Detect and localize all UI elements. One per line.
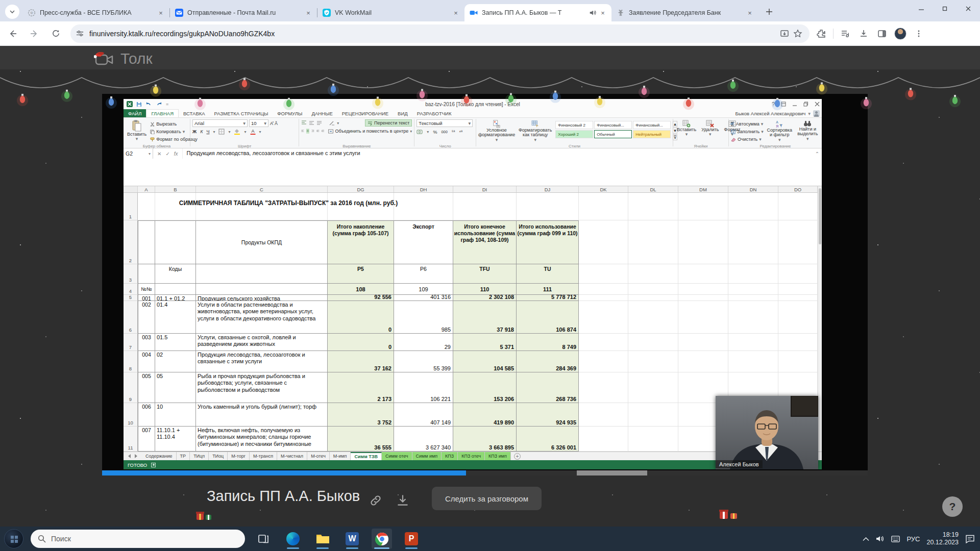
paste-button[interactable]: Вставить▾ [126, 119, 148, 143]
cell[interactable] [628, 295, 678, 301]
code-cell[interactable]: TFU [453, 264, 517, 284]
browser-tab[interactable]: Отправленные - Почта Mail.ru× [170, 4, 317, 21]
browser-tab[interactable]: ФПресс-служба - ВСЕ ПУБЛИКА× [22, 4, 169, 21]
follow-conversation-button[interactable]: Следить за разговором [432, 487, 542, 510]
row-header[interactable]: 6 [124, 301, 138, 334]
tab-audio-icon[interactable] [589, 9, 596, 16]
cell[interactable] [628, 372, 678, 403]
sheet-tab[interactable]: Симм ТЗВ [351, 452, 381, 460]
qat-equals-icon[interactable]: = [166, 102, 168, 107]
sheet-tab[interactable]: КПЗ имп [485, 452, 511, 460]
install-app-button[interactable] [778, 27, 791, 40]
row-header[interactable]: 1 [124, 193, 138, 220]
cell[interactable] [778, 264, 818, 284]
row-header[interactable]: 11 [124, 427, 138, 452]
okpd-code-cell[interactable]: 01.4 [155, 301, 196, 334]
clear-button[interactable]: Очистить▾ [731, 136, 764, 143]
row-header[interactable]: 9 [124, 372, 138, 403]
align-left-icon[interactable] [301, 129, 304, 134]
value-cell[interactable]: 985 [394, 301, 453, 334]
excel-close-icon[interactable] [815, 102, 820, 107]
value-cell[interactable]: 924 935 [517, 403, 579, 427]
value-cell[interactable]: 6 326 001 [517, 427, 579, 452]
new-tab-button[interactable] [763, 5, 776, 18]
column-header-DJ[interactable]: DJ [517, 186, 579, 192]
find-select-button[interactable]: Найти и выделить▾ [796, 119, 820, 143]
cell[interactable] [579, 334, 628, 351]
site-settings-icon[interactable] [76, 29, 84, 38]
font-color-icon[interactable]: А [250, 129, 256, 135]
cell[interactable] [453, 193, 517, 220]
select-all-corner[interactable] [124, 186, 138, 192]
orientation-icon[interactable] [329, 120, 335, 126]
cell[interactable] [155, 284, 196, 295]
column-header-DH[interactable]: DH [394, 186, 453, 192]
ribbon-tab-главная[interactable]: ГЛАВНАЯ [146, 109, 179, 117]
increase-decimal-button[interactable]: ⁵⁸ [452, 130, 455, 134]
sheet-tab[interactable]: ТИоц [209, 452, 228, 460]
value-cell[interactable]: 36 555 [328, 427, 394, 452]
okpd-code-cell[interactable]: 05 [155, 372, 196, 403]
cell[interactable] [728, 295, 778, 301]
cell[interactable] [579, 301, 628, 334]
comma-style-button[interactable]: 000 [441, 130, 448, 134]
tab-close-button[interactable]: × [598, 8, 607, 17]
product-name-cell[interactable]: Рыба и прочая продукция рыболовства и ры… [196, 372, 328, 403]
fill-color-icon[interactable] [234, 129, 240, 135]
product-name-cell[interactable]: Услуги, связанные с охотой, ловлей и раз… [196, 334, 328, 351]
cell[interactable] [628, 427, 678, 452]
value-cell[interactable]: 29 [394, 334, 453, 351]
column-header-DL[interactable]: DL [628, 186, 678, 192]
address-bar[interactable]: finuniversity.ktalk.ru/recordings/gukpAN… [70, 24, 810, 43]
name-box[interactable]: G2▾ [124, 148, 153, 159]
underline-button[interactable]: Ч [206, 129, 209, 134]
taskbar-edge[interactable] [283, 529, 303, 549]
column-header-DO[interactable]: DO [778, 186, 818, 192]
taskbar-explorer[interactable] [312, 529, 333, 549]
cell[interactable] [678, 220, 728, 264]
cell[interactable] [579, 372, 628, 403]
cell[interactable] [138, 220, 155, 264]
codes-label-cell[interactable]: Коды [155, 264, 196, 284]
cell[interactable] [579, 403, 628, 427]
cell[interactable] [778, 295, 818, 301]
value-cell[interactable]: 37 162 [328, 351, 394, 372]
increase-indent-icon[interactable] [322, 129, 325, 134]
product-name-cell[interactable]: Продукция сельского хозяйства [196, 295, 328, 301]
align-top-icon[interactable] [301, 120, 307, 126]
ribbon-tab-вид[interactable]: ВИД [393, 109, 412, 117]
forward-button[interactable] [26, 25, 43, 42]
video-player[interactable]: baz-tzv-2016 [Только для чтения] - Excel… [102, 94, 868, 475]
value-cell[interactable]: 401 316 [394, 295, 453, 301]
cell[interactable] [579, 295, 628, 301]
value-cell[interactable]: 37 918 [453, 301, 517, 334]
row-number-cell[interactable]: 007 [138, 427, 155, 452]
row-number-cell[interactable]: 004 [138, 351, 155, 372]
notification-center-icon[interactable] [965, 535, 975, 543]
value-cell[interactable]: 55 399 [394, 351, 453, 372]
macro-record-icon[interactable] [151, 463, 156, 467]
measure-header-cell[interactable]: Итого использование (сумма граф 099 и 11… [517, 220, 579, 264]
value-cell[interactable]: 92 556 [328, 295, 394, 301]
align-right-icon[interactable] [311, 129, 314, 134]
font-size-select[interactable]: 10▾ [249, 119, 268, 127]
product-name-cell[interactable]: Нефть, включая нефть, получаемую из биту… [196, 427, 328, 452]
cell[interactable] [778, 220, 818, 264]
value-cell[interactable]: 104 585 [453, 351, 517, 372]
value-cell[interactable]: 5 778 712 [517, 295, 579, 301]
cell[interactable] [628, 334, 678, 351]
taskbar-chrome[interactable] [372, 529, 392, 549]
vertical-scrollbar[interactable] [818, 186, 822, 452]
row-header[interactable]: 8 [124, 351, 138, 372]
cell[interactable] [579, 220, 628, 264]
ribbon-options-icon[interactable] [781, 102, 786, 107]
code-cell[interactable]: Р5 [328, 264, 394, 284]
undo-icon[interactable] [145, 102, 152, 107]
cell[interactable] [728, 220, 778, 264]
sheet-tab[interactable]: КПЗ [442, 452, 458, 460]
value-cell[interactable]: 8 749 [517, 334, 579, 351]
cell[interactable] [778, 301, 818, 334]
row-number-cell[interactable]: 001 [138, 295, 155, 301]
ribbon-tab-разработчик[interactable]: РАЗРАБОТЧИК [412, 109, 456, 117]
percent-style-button[interactable]: % [433, 130, 437, 135]
